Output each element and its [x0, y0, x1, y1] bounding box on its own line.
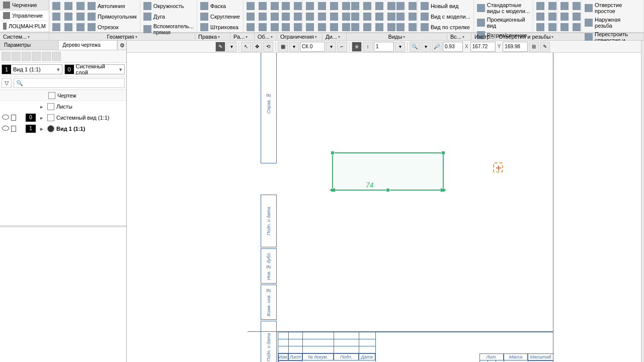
std-views-button[interactable]: Стандартныевиды с модели...	[475, 1, 532, 15]
diag-btn-5[interactable]	[407, 12, 419, 22]
chamfer-button[interactable]: Фаска	[198, 1, 242, 11]
diag-btn-4[interactable]	[407, 1, 419, 11]
anno-btn-3[interactable]	[304, 22, 316, 32]
anno-btn-4[interactable]	[316, 1, 328, 11]
con-btn-8[interactable]	[373, 12, 385, 22]
anno-btn-6[interactable]	[316, 22, 328, 32]
zoom-in-button[interactable]: 🔍	[410, 42, 420, 52]
zoom-window-button[interactable]	[62, 22, 74, 32]
zoom-input[interactable]	[443, 42, 463, 52]
orbit-button[interactable]: ⟲	[263, 42, 273, 52]
ins-btn-3[interactable]	[558, 22, 571, 32]
category-edit[interactable]: Правка▾	[195, 33, 230, 40]
category-holes[interactable]: Отверстия и резьбы▾	[496, 33, 644, 40]
proj-view-button[interactable]: Проекционныйвид	[475, 16, 532, 30]
tree-system-view[interactable]: 0 ▸Системный вид (1:1)	[0, 112, 126, 123]
new-view-button[interactable]: Новый вид	[419, 1, 472, 11]
category-views[interactable]: Виды▾	[347, 33, 447, 40]
con-btn-3[interactable]	[349, 22, 361, 32]
panel-tab-tree[interactable]: Дерево чертежа	[59, 41, 118, 50]
grid-button[interactable]: ▦	[278, 42, 288, 52]
dim-btn-3[interactable]	[280, 22, 292, 32]
panel-tab-params[interactable]: Параметры	[0, 41, 59, 50]
vw-btn-5[interactable]	[546, 12, 558, 22]
tree-sheets[interactable]: ▸Листы	[0, 101, 126, 112]
fillet-button[interactable]: Скругление	[198, 12, 242, 22]
open-file-button[interactable]	[62, 1, 74, 11]
tree-search-input[interactable]	[14, 78, 125, 88]
category-system[interactable]: Систем...▾	[0, 33, 49, 40]
category-anno[interactable]: Об...▾	[255, 33, 277, 40]
step-button[interactable]: ↕	[363, 42, 373, 52]
category-tools[interactable]: Инстр...▾	[471, 33, 496, 40]
select-button[interactable]: ↖	[241, 42, 251, 52]
anno-btn-8[interactable]	[328, 12, 340, 22]
diag-btn-2[interactable]	[394, 12, 407, 22]
visibility-icon[interactable]	[2, 126, 9, 131]
selected-rectangle[interactable]	[332, 152, 444, 191]
tab-management[interactable]: Управление	[0, 11, 49, 21]
snap-toggle[interactable]: ※	[352, 42, 362, 52]
new-file-button[interactable]	[50, 1, 62, 11]
panel-settings-button[interactable]: ⚙	[117, 41, 126, 50]
right-panel-strip[interactable]	[641, 41, 644, 362]
category-diag[interactable]: Ди...▾	[323, 33, 347, 40]
arrow-view-button[interactable]: Вид по стрелке	[419, 22, 472, 32]
ins-btn-1[interactable]	[558, 1, 571, 11]
lock-icon[interactable]	[11, 126, 16, 132]
con-btn-6[interactable]	[361, 22, 373, 32]
snap-button[interactable]: ▾	[289, 42, 299, 52]
circle-button[interactable]: Окружность	[141, 1, 196, 11]
category-aux[interactable]: Вс...▾	[447, 33, 471, 40]
vw-btn-1[interactable]	[534, 1, 546, 11]
vw-btn-6[interactable]	[546, 22, 558, 32]
hatch-button[interactable]: Штриховка	[198, 22, 242, 32]
arc-button[interactable]: Дуга	[141, 12, 196, 22]
edit-btn-5[interactable]	[257, 12, 269, 22]
autoline-button[interactable]: Автолиния	[86, 1, 139, 11]
diag-btn-1[interactable]	[394, 1, 407, 11]
ins-btn-4[interactable]	[571, 1, 583, 11]
eyedropper-button[interactable]: ✎	[540, 42, 550, 52]
drawing-canvas[interactable]: Справ. № Подп. и дата Инв. № дубл. Взам.…	[127, 53, 641, 362]
con-btn-7[interactable]	[373, 1, 385, 11]
tree-tb-3[interactable]	[22, 52, 31, 61]
tree-root[interactable]: Чертеж	[0, 90, 126, 101]
con-btn-2[interactable]	[349, 12, 361, 22]
category-dim[interactable]: Ра...▾	[230, 33, 255, 40]
dim-btn-5[interactable]	[292, 12, 304, 22]
edit-btn-6[interactable]	[257, 22, 269, 32]
tree-tb-5[interactable]	[42, 52, 51, 61]
edit-btn-2[interactable]	[245, 12, 257, 22]
dim-btn-6[interactable]	[292, 22, 304, 32]
zoom-out-button[interactable]: 🔎	[432, 42, 442, 52]
dim-btn-4[interactable]	[292, 1, 304, 11]
tab-plm[interactable]: ЛОЦМАН:PLM	[0, 21, 49, 32]
print-button[interactable]	[50, 12, 62, 22]
tree-tb-6[interactable]	[52, 52, 61, 61]
con-btn-9[interactable]	[373, 22, 385, 32]
con-btn-4[interactable]	[361, 1, 373, 11]
category-geometry[interactable]: Геометрия▾	[49, 33, 195, 40]
con-btn-1[interactable]	[349, 1, 361, 11]
x-coord-input[interactable]	[470, 42, 496, 52]
cs-select[interactable]	[300, 42, 325, 52]
pan-button[interactable]: ✥	[252, 42, 262, 52]
tree-tb-4[interactable]	[32, 52, 41, 61]
tree-view-1[interactable]: 1 ▸Вид 1 (1:1)	[0, 123, 126, 134]
ins-btn-5[interactable]	[571, 12, 583, 22]
step-dropdown[interactable]: ▾	[395, 42, 405, 52]
expand-icon[interactable]: ▸	[40, 104, 45, 110]
anno-btn-9[interactable]	[328, 22, 340, 32]
vw-btn-2[interactable]	[534, 12, 546, 22]
current-layer-select[interactable]: 0 Системный слой ▾	[64, 64, 125, 74]
dropdown-arrow[interactable]: ▾	[226, 42, 236, 52]
hole-simple-button[interactable]: Отверстиепростое	[583, 1, 632, 15]
category-constraints[interactable]: Ограничения▾	[277, 33, 323, 40]
diag-btn-3[interactable]	[394, 22, 407, 32]
edit-btn-1[interactable]	[245, 1, 257, 11]
step-input[interactable]	[374, 42, 394, 52]
diag-btn-6[interactable]	[407, 22, 419, 32]
anno-btn-7[interactable]	[328, 1, 340, 11]
draw-mode-button[interactable]: ✎	[215, 42, 225, 52]
